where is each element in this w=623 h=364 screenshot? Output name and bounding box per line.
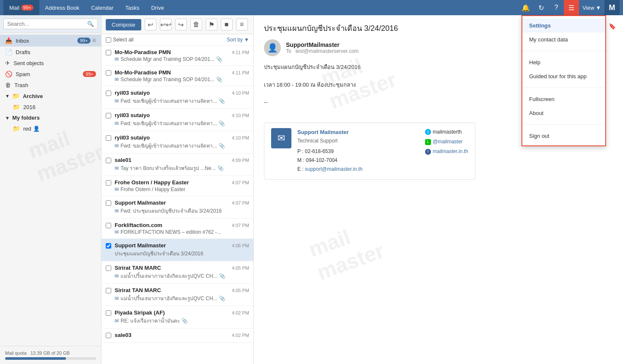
flag-icon-btn[interactable]: ⚑	[206, 19, 217, 30]
email-content: Frohe Ostern / Happy Easter 4:07 PM ✉ Fr…	[115, 179, 249, 192]
email-time: 4:10 PM	[232, 90, 249, 96]
email-content: Support Mailmaster 4:07 PM ✉ Fwd: ประชุม…	[115, 200, 249, 215]
sidebar-item-archive[interactable]: ▼ 📁 Archive	[0, 90, 101, 101]
search-field-wrapper[interactable]: 🔍	[3, 19, 98, 29]
email-item[interactable]: Piyada Siripak (AF) 4:02 PM ✉ RE: แจ้งเร…	[102, 306, 253, 328]
email-checkbox[interactable]	[106, 265, 111, 271]
delete-icon-btn[interactable]: 🗑	[190, 19, 202, 30]
email-item[interactable]: Mo-Mo-Paradise PMN 4:11 PM ✉ Schedule Mg…	[102, 46, 253, 66]
email-subject: แม่น้ำปริ้นเจษาภาษาอังกิดและรูปQVC CH...	[121, 272, 217, 280]
sidebar-item-myfolders[interactable]: ▼ My folders	[0, 112, 101, 123]
email-time: 4:05 PM	[232, 265, 249, 271]
email-detail-bookmark-icon[interactable]: 🔖	[606, 20, 618, 32]
email-content: ryiI03 sutaiyo 4:10 PM ✉ Fwd: ขอเชิญผู้เ…	[115, 90, 249, 105]
email-clip-icon: 📎	[219, 296, 225, 301]
email-sender: Support Mailmaster	[115, 200, 166, 206]
compose-button[interactable]: Compose	[106, 19, 141, 30]
search-input[interactable]	[7, 21, 87, 27]
email-checkbox[interactable]	[106, 310, 111, 316]
nav-drive[interactable]: Drive	[145, 0, 170, 15]
settings-dropdown: Settings My contact data Help Guided tou…	[521, 15, 606, 146]
email-time: 4:09 PM	[232, 158, 249, 163]
menu-fullscreen[interactable]: Fullscreen	[522, 92, 605, 106]
forward-icon-btn[interactable]: ↪	[175, 19, 187, 30]
sidebar-item-inbox[interactable]: 📥 Inbox 99+ ≡	[0, 35, 101, 47]
more-icon-btn[interactable]: ≡	[236, 19, 248, 30]
mark-icon-btn[interactable]: ■	[221, 19, 233, 30]
email-clip-icon: 📎	[219, 120, 225, 126]
sidebar-item-red[interactable]: 📁 red 👤	[0, 123, 101, 134]
email-subject: ประชุมแผนกบัญชีประจำเดือน 3/24/2016	[115, 249, 203, 257]
notifications-icon[interactable]: 🔔	[518, 0, 533, 15]
email-checkbox[interactable]	[106, 90, 111, 96]
email-item[interactable]: sale01 4:09 PM ✉ Tay ราคา Boru ทำเสร็จแล…	[102, 153, 253, 176]
email-content: Sirirat TAN MARC 4:05 PM ✉ แม่น้ำปริ้นเจ…	[115, 265, 249, 280]
email-item[interactable]: Frohe Ostern / Happy Easter 4:07 PM ✉ Fr…	[102, 176, 253, 196]
menu-about[interactable]: About	[522, 106, 605, 120]
email-item-selected[interactable]: Support Mailmaster 4:06 PM ประชุมแผนกบัญ…	[102, 239, 253, 261]
sidebar-item-drafts[interactable]: 📄 Drafts	[0, 47, 101, 57]
nav-addressbook[interactable]: Address Book	[39, 0, 85, 15]
reply-all-icon-btn[interactable]: ↩↩	[160, 19, 172, 30]
email-item[interactable]: Support Mailmaster 4:07 PM ✉ Fwd: ประชุม…	[102, 196, 253, 219]
logo-letter: M	[609, 3, 615, 12]
sort-by-button[interactable]: Sort by ▼	[227, 37, 249, 43]
facebook-icon: f	[425, 149, 431, 155]
email-item[interactable]: ryiI03 sutaiyo 4:10 PM ✉ Fwd: ขอเชิญผู้เ…	[102, 86, 253, 109]
help-icon[interactable]: ?	[549, 0, 564, 15]
email-envelope-icon: ✉	[115, 318, 119, 324]
sidebar-item-archive-2016[interactable]: 📁 2016	[0, 101, 101, 112]
nav-tasks[interactable]: Tasks	[119, 0, 145, 15]
email-checkbox[interactable]	[106, 135, 111, 141]
email-subject: RE: แจ้งเรื่องราคาน้ำมันคะ	[121, 317, 180, 325]
reply-icon-btn[interactable]: ↩	[145, 19, 156, 30]
email-list-header: Select all Sort by ▼	[102, 34, 253, 46]
menu-help[interactable]: Help	[522, 55, 605, 69]
email-checkbox[interactable]	[106, 288, 111, 293]
view-label: View	[582, 5, 594, 11]
search-icon: 🔍	[87, 21, 94, 27]
menu-settings[interactable]: Settings	[522, 19, 605, 33]
sig-info: Support Mailmaster Technical Support P :…	[297, 128, 419, 175]
select-all-label[interactable]: Select all	[106, 37, 134, 43]
topnav: Mail 99+ Address Book Calendar Tasks Dri…	[0, 0, 623, 15]
nav-calendar[interactable]: Calendar	[85, 0, 119, 15]
email-checkbox[interactable]	[106, 70, 111, 76]
email-checkbox[interactable]	[106, 113, 111, 118]
email-item[interactable]: Sirirat TAN MARC 4:05 PM ✉ แม่น้ำปริ้นเจ…	[102, 261, 253, 284]
email-checkbox[interactable]	[106, 200, 111, 206]
sidebar-item-trash[interactable]: 🗑 Trash	[0, 79, 101, 90]
email-item[interactable]: Forkliftaction.com 4:07 PM ✉ FORKLIFTACT…	[102, 219, 253, 239]
email-content: Mo-Mo-Paradise PMN 4:11 PM ✉ Schedule Mg…	[115, 69, 249, 82]
sidebar-item-sent[interactable]: ✈ Sent objects	[0, 57, 101, 68]
email-item[interactable]: sale03 4:02 PM	[102, 328, 253, 343]
email-time: 4:02 PM	[232, 333, 249, 338]
line-link[interactable]: @mailmaster	[433, 138, 463, 146]
email-item[interactable]: ryiI03 sutaiyo 4:10 PM ✉ Fwd: ขอเชิญผู้เ…	[102, 109, 253, 131]
email-content: sale03 4:02 PM	[115, 332, 249, 339]
menu-sign-out[interactable]: Sign out	[522, 129, 605, 143]
email-content: Forkliftaction.com 4:07 PM ✉ FORKLIFTACT…	[115, 222, 249, 235]
red-folder-icon: 📁	[13, 125, 20, 132]
email-checkbox[interactable]	[106, 180, 111, 186]
email-checkbox[interactable]	[106, 243, 111, 249]
email-item[interactable]: Sirirat TAN MARC 4:05 PM ✉ แม่น้ำปริ้นเจ…	[102, 284, 253, 306]
email-content: sale01 4:09 PM ✉ Tay ราคา Boru ทำเสร็จแล…	[115, 157, 249, 172]
refresh-icon[interactable]: ↻	[533, 0, 549, 15]
email-checkbox[interactable]	[106, 50, 111, 55]
email-checkbox[interactable]	[106, 333, 111, 338]
select-all-checkbox[interactable]	[106, 37, 111, 43]
email-checkbox[interactable]	[106, 158, 111, 163]
email-checkbox[interactable]	[106, 223, 111, 228]
menu-guided-tour[interactable]: Guided tour for this app	[522, 69, 605, 83]
menu-my-contact[interactable]: My contact data	[522, 33, 605, 47]
menu-icon[interactable]: ☰	[564, 0, 579, 15]
fb-link[interactable]: mailmaster.in.th	[433, 148, 468, 156]
email-item[interactable]: ryiI03 sutaiyo 4:10 PM ✉ Fwd: ขอเชิญผู้เ…	[102, 131, 253, 153]
email-item[interactable]: Mo-Mo-Paradise PMN 4:11 PM ✉ Schedule Mg…	[102, 66, 253, 86]
sidebar-item-spam[interactable]: 🚫 Spam 99+	[0, 68, 101, 79]
sig-email-link[interactable]: support@mailmaster.in.th	[305, 166, 362, 172]
view-button[interactable]: View ▼	[579, 0, 604, 15]
quota-label: Mail quota 13.39 GB of 20 GB	[5, 350, 96, 356]
nav-mail[interactable]: Mail 99+	[3, 0, 39, 15]
